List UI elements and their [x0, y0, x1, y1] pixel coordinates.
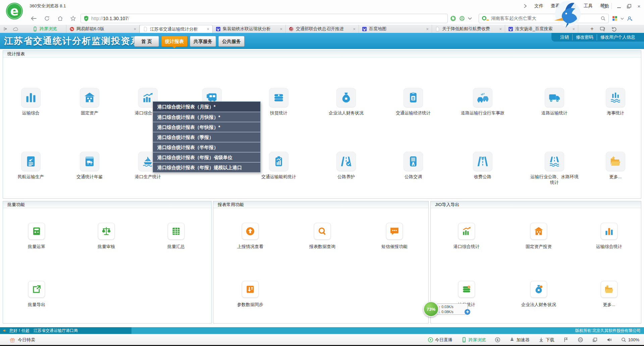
browser-tab-2[interactable]: 江苏省交通运输统计分析× [140, 25, 213, 33]
tab-close-icon[interactable]: × [133, 27, 136, 32]
skin-button[interactable] [599, 0, 609, 12]
tab-close-icon[interactable]: × [207, 27, 209, 32]
panel-tile-参数数据同步[interactable] [225, 281, 275, 298]
stat-tile-交通运输能耗统计[interactable] [254, 152, 304, 171]
tab-close-icon[interactable]: × [353, 27, 356, 32]
tab-expand-icon[interactable] [3, 27, 8, 31]
bottombar-item-flag-icon[interactable] [563, 337, 569, 343]
bottombar-item-今日直播[interactable]: 今日直播 [428, 337, 452, 343]
nav-tab-3[interactable]: 公共服务 [218, 36, 245, 47]
cloud-sync-icon[interactable] [13, 27, 19, 31]
panel-tile-短信催报功能[interactable] [369, 223, 420, 240]
bottombar-item-跨屏浏览[interactable]: 跨屏浏览 [461, 337, 486, 343]
url-field[interactable]: http://10.1.30.107/ [80, 14, 448, 23]
speed-boost-icon[interactable]: ✚ [464, 309, 471, 315]
collapse-chevron-icon[interactable] [524, 4, 527, 8]
close-button[interactable]: × [634, 0, 644, 12]
bottombar-item-speaker-icon[interactable] [606, 337, 612, 343]
panel-tile-批量审核[interactable] [81, 223, 131, 240]
panel-tile-报表数据查询[interactable] [297, 223, 347, 240]
network-speed-ball[interactable]: 73% [423, 301, 439, 317]
favorite-star-button[interactable] [68, 14, 78, 23]
nav-tab-2[interactable]: 共享服务 [190, 36, 216, 47]
panel-tile-批量汇总[interactable] [151, 223, 201, 240]
stat-tile-公路交调[interactable] [388, 152, 438, 171]
browser-tab-4[interactable]: 交通部联合铁总召开推进× [286, 25, 359, 33]
port-menu-item-5[interactable]: 港口综合统计报表（年报）省级单位 [153, 152, 260, 162]
refresh-button[interactable] [42, 14, 52, 23]
stat-tile-更多...[interactable] [590, 152, 641, 171]
user-center-icon[interactable] [627, 15, 633, 22]
tab-close-icon[interactable]: × [572, 27, 575, 32]
tab-close-icon[interactable]: × [426, 27, 429, 32]
port-menu-item-3[interactable]: 港口综合统计报表（季报） [153, 132, 260, 142]
network-speed-panel[interactable]: ↑ 0.03K/s ↓ 0.08K/s [436, 303, 468, 315]
stat-tile-道路运输统计[interactable] [529, 88, 580, 107]
panel-tile-批量运算[interactable] [11, 223, 62, 240]
account-link-2[interactable]: 修改用户个人信息 [597, 34, 639, 40]
apps-dropdown-chevron-icon[interactable] [621, 17, 624, 20]
browser-tab-5[interactable]: 百度地图× [359, 25, 432, 33]
menu-file[interactable]: 文件 [534, 3, 543, 9]
search-magnifier-icon[interactable] [600, 16, 606, 21]
daily-deal-button[interactable]: 今日特卖 [9, 334, 35, 345]
tab-close-icon[interactable]: × [499, 27, 502, 32]
panel-tile-企业法人财务状况[interactable] [514, 281, 564, 298]
port-menu-item-4[interactable]: 港口综合统计报表（半年报） [153, 142, 260, 152]
account-link-1[interactable]: 修改密码 [572, 34, 597, 40]
apps-grid-icon[interactable] [612, 15, 618, 21]
menu-view[interactable]: 查看 [551, 3, 560, 9]
bottombar-item-下载[interactable]: 下载 [538, 337, 554, 343]
panel-tile-上报情况查看[interactable] [225, 223, 275, 240]
stat-tile-公路养护[interactable] [321, 152, 371, 171]
maximize-button[interactable] [624, 0, 634, 12]
port-menu-item-6[interactable]: 港口综合统计报表（年报）规模以上港口 [153, 162, 260, 172]
nav-tab-1[interactable]: 统计报表 [161, 36, 187, 47]
stat-tile-固定资产[interactable] [64, 88, 115, 107]
stat-tile-道路运输行业行车事故[interactable] [458, 88, 508, 107]
panel-tile-港口综合统计[interactable] [441, 223, 492, 240]
browser-tab-0[interactable]: 跨屏浏览 [30, 25, 66, 33]
port-menu-item-2[interactable]: 港口综合统计报表（年快报）* [153, 122, 260, 132]
new-tab-button[interactable]: + [590, 26, 594, 32]
minimize-button[interactable] [614, 0, 624, 12]
browser-tab-1[interactable]: 网易邮箱6.0版× [66, 25, 140, 33]
menu-favorites[interactable]: 收藏 [567, 3, 576, 9]
port-menu-item-0[interactable]: 港口综合统计报表（月报）* [153, 102, 260, 112]
search-box[interactable]: 湖南客车起火伤亡重大 [479, 14, 609, 23]
bottombar-item-加速器[interactable]: 加速器 [509, 337, 530, 343]
bottombar-item-browser360-icon[interactable]: 6 [495, 337, 500, 343]
browser-tab-7[interactable]: 淮安扬港_百度搜索× [505, 25, 578, 33]
panel-tile-运输综合统计[interactable] [584, 223, 634, 240]
reopen-closed-tab-button[interactable] [611, 27, 617, 32]
browser-tab-6[interactable]: 关于降低船舶引航费收费× [432, 25, 505, 33]
panel-tile-更多...[interactable] [584, 281, 634, 298]
stat-tile-民航运输生产[interactable] [6, 152, 56, 171]
bottombar-item-window-icon[interactable] [592, 337, 598, 343]
site-safety-shield-icon[interactable] [84, 15, 89, 21]
panel-tile-批量导出[interactable] [11, 281, 62, 298]
stat-tile-海事统计[interactable] [590, 88, 641, 107]
stat-tile-扶贫统计[interactable] [254, 88, 304, 107]
back-button[interactable] [29, 14, 39, 23]
speed-mode-icon[interactable] [450, 15, 456, 21]
search-hotword[interactable]: 湖南客车起火伤亡重大 [491, 15, 598, 21]
stat-tile-运输综合[interactable] [6, 88, 56, 107]
stat-tile-交通运输经济统计[interactable] [388, 88, 438, 107]
stat-tile-收费公路[interactable]: ¥ [458, 152, 508, 171]
port-menu-item-1[interactable]: 港口综合统计报表（月快报）* [153, 112, 260, 122]
bottombar-item-100%[interactable]: 100% [621, 337, 639, 343]
panel-tile-固定资产投资[interactable] [514, 223, 564, 240]
stat-tile-交通统计年鉴[interactable] [64, 152, 115, 171]
panel-tile-扶贫统计[interactable]: ¥ [441, 281, 492, 298]
bottombar-item-ie-icon[interactable] [578, 337, 583, 343]
stat-tile-运输行业公路、水路环境统计[interactable] [529, 152, 580, 171]
account-link-0[interactable]: 注销 [557, 34, 572, 40]
browser-tab-3[interactable]: 集装箱铁水联运现状分析× [213, 25, 286, 33]
nav-tab-0[interactable]: 首 页 [134, 36, 159, 47]
ie-compat-icon[interactable] [459, 15, 465, 21]
menu-tools[interactable]: 工具 [584, 3, 593, 9]
tab-close-icon[interactable]: × [280, 27, 282, 32]
url-dropdown-chevron-icon[interactable] [468, 17, 472, 20]
stat-tile-企业法人财务状况[interactable] [321, 88, 371, 107]
